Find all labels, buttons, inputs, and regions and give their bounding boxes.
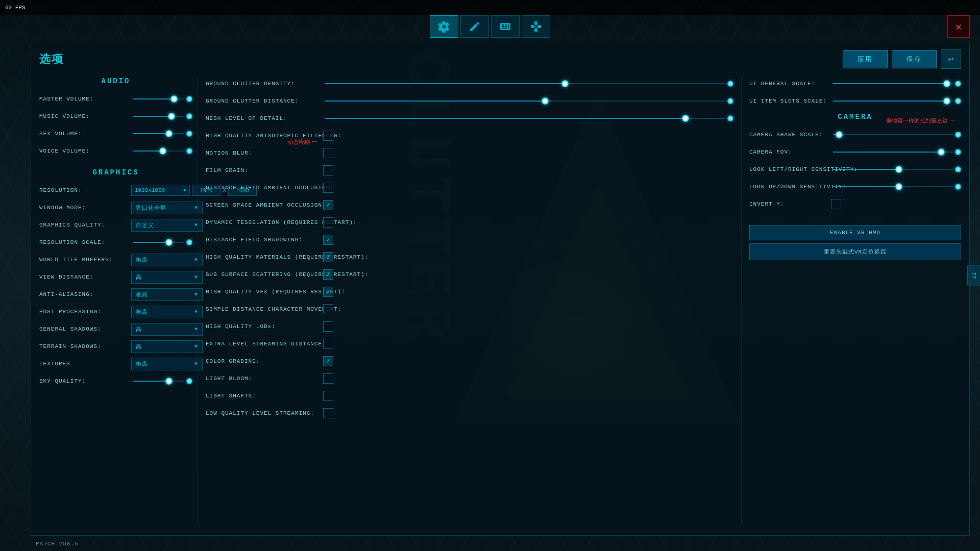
enable-vr-button[interactable]: ENABLE VR HMD xyxy=(749,225,961,240)
anti-aliasing-label: ANTI-ALIASING: xyxy=(39,291,131,297)
camera-fov-slider[interactable] xyxy=(831,149,961,155)
header-buttons: 应用 保存 ↩ xyxy=(843,49,961,69)
dynamic-tess-checkbox[interactable] xyxy=(323,217,333,228)
reset-vr-button[interactable]: 重置头戴式VR定位追踪 xyxy=(749,243,961,260)
window-mode-dropdown[interactable]: 窗口化全屏 ▼ xyxy=(131,202,203,214)
hq-lods-label: HIGH QUALITY LODs: xyxy=(206,323,323,330)
controller-icon xyxy=(530,20,542,33)
dfao-checkbox[interactable] xyxy=(323,183,333,193)
general-shadows-label: GENERAL SHADOWS: xyxy=(39,326,131,332)
sfx-volume-row: SFX VOLUME: xyxy=(39,127,192,140)
voice-volume-row: VOICE VOLUME: xyxy=(39,144,192,158)
sky-quality-slider[interactable] xyxy=(131,378,192,384)
textures-label: TEXTURES xyxy=(39,361,131,367)
keyboard-icon xyxy=(499,20,511,33)
save-button[interactable]: 保存 xyxy=(892,50,937,68)
ssao-checkbox[interactable]: ✓ xyxy=(323,200,333,210)
terrain-shadows-dropdown[interactable]: 高 ▼ xyxy=(131,340,203,353)
dfs-checkbox[interactable]: ✓ xyxy=(323,235,333,245)
terrain-shadows-row: TERRAIN SHADOWS: 高 ▼ xyxy=(39,340,192,353)
anti-aliasing-row: ANTI-ALIASING: 极高 ▼ xyxy=(39,288,192,301)
general-shadows-row: GENERAL SHADOWS: 高 ▼ xyxy=(39,322,192,336)
anisotropic-checkbox[interactable] xyxy=(323,131,333,141)
camera-shake-label: CAMERA SHAKE SCALE: xyxy=(749,132,831,138)
graphics-quality-dropdown[interactable]: 自定义 ▼ xyxy=(131,219,203,232)
look-lr-row: LOOK LEFT/RIGHT SENSITIVITY: xyxy=(749,163,961,176)
music-volume-slider[interactable] xyxy=(131,113,192,119)
view-distance-dropdown[interactable]: 高 ▼ xyxy=(131,271,203,284)
top-bar: 60 FPS xyxy=(0,0,980,15)
ui-general-scale-slider[interactable] xyxy=(831,81,961,87)
mesh-lod-row: MESH LEVEL OF DETAIL: xyxy=(206,112,733,125)
ground-clutter-density-slider[interactable] xyxy=(323,81,733,87)
color-grading-row: COLOR GRADING: ✓ xyxy=(206,355,733,368)
camera-shake-slider[interactable] xyxy=(831,132,961,138)
side-tab[interactable]: 77 xyxy=(967,265,980,285)
extra-streaming-label: EXTRA LEVEL STREAMING DISTANCE: xyxy=(206,341,323,347)
textures-dropdown[interactable]: 极高 ▼ xyxy=(131,358,203,370)
invert-y-label: INVERT Y: xyxy=(749,201,831,207)
hq-materials-row: HIGH QUALITY MATERIALS (REQUIRES RESTART… xyxy=(206,251,733,264)
window-mode-row: WINDOW MODE: 窗口化全屏 ▼ xyxy=(39,201,192,214)
vr-section: ENABLE VR HMD 重置头戴式VR定位追踪 xyxy=(749,215,961,263)
apply-button[interactable]: 应用 xyxy=(843,50,888,68)
resolution-scale-slider[interactable] xyxy=(131,239,192,245)
motion-blur-annotation: 动态模糊 ← xyxy=(287,137,317,146)
ground-clutter-distance-slider[interactable] xyxy=(323,98,733,104)
tab-controller[interactable] xyxy=(522,15,550,38)
resolution-row: RESOLUTION: 980x551 ▼ x xyxy=(39,184,192,197)
general-shadows-dropdown[interactable]: 高 ▼ xyxy=(131,323,203,336)
anisotropic-row: HIGH QUALITY ANISOTROPIC FILTERING: xyxy=(206,129,733,142)
gear-icon xyxy=(438,20,450,33)
film-grain-checkbox[interactable] xyxy=(323,165,333,176)
panel-header: 选项 应用 保存 ↩ xyxy=(39,49,961,69)
sfx-volume-slider[interactable] xyxy=(131,131,192,137)
simple-distance-label: SIMPLE DISTANCE CHARACTER MOVEMENT: xyxy=(206,306,323,312)
dfs-label: DISTANCE FIELD SHADOWING: xyxy=(206,237,323,243)
mesh-lod-slider[interactable] xyxy=(323,115,733,121)
tab-settings[interactable] xyxy=(430,15,458,38)
ssao-row: SCREEN SPACE AMBIENT OCCLUSION: ✓ xyxy=(206,198,733,212)
sss-label: SUB SURFACE SCATTERING (REQUIRES RESTART… xyxy=(206,271,323,278)
light-bloom-checkbox[interactable] xyxy=(323,373,333,384)
color-grading-checkbox[interactable]: ✓ xyxy=(323,356,333,366)
low-quality-checkbox[interactable] xyxy=(323,408,333,418)
look-ud-slider[interactable] xyxy=(831,184,961,190)
ssao-label: SCREEN SPACE AMBIENT OCCLUSION: xyxy=(206,202,323,208)
motion-blur-checkbox[interactable] xyxy=(323,148,333,158)
invert-y-checkbox[interactable] xyxy=(831,199,841,209)
world-tile-label: WORLD TILE BUFFERS: xyxy=(39,257,131,263)
extra-streaming-checkbox[interactable] xyxy=(323,339,333,349)
post-processing-dropdown[interactable]: 极高 ▼ xyxy=(131,306,203,318)
tab-tools[interactable] xyxy=(460,15,489,38)
extra-streaming-row: EXTRA LEVEL STREAMING DISTANCE: xyxy=(206,337,733,350)
voice-volume-slider[interactable] xyxy=(131,148,192,154)
hq-materials-checkbox[interactable]: ✓ xyxy=(323,252,333,262)
hq-vfx-checkbox[interactable]: ✓ xyxy=(323,287,333,297)
dynamic-tess-row: DYNAMIC TESSELATION (REQUIRES RESTART): xyxy=(206,216,733,229)
motion-blur-row: MOTION BLUR: 动态模糊 ← xyxy=(206,146,733,160)
light-shafts-row: LIGHT SHAFTS: xyxy=(206,389,733,403)
hq-lods-checkbox[interactable] xyxy=(323,321,333,332)
resolution-scale-row: RESOLUTION SCALE: xyxy=(39,236,192,249)
light-shafts-checkbox[interactable] xyxy=(323,391,333,401)
close-button[interactable]: ✕ xyxy=(947,15,970,38)
world-tile-dropdown[interactable]: 极高 ▼ xyxy=(131,254,203,266)
master-volume-slider[interactable] xyxy=(131,96,192,102)
tab-keyboard[interactable] xyxy=(491,15,520,38)
tab-icons-row xyxy=(430,15,550,38)
low-quality-row: LOW QUALITY LEVEL STREAMING: xyxy=(206,407,733,420)
ui-item-slots-slider[interactable] xyxy=(831,98,961,104)
anti-aliasing-dropdown[interactable]: 极高 ▼ xyxy=(131,288,203,301)
dfao-row: DISTANCE FIELD AMBIENT OCCLUSION: xyxy=(206,181,733,194)
resolution-dropdown[interactable]: 980x551 ▼ xyxy=(131,185,190,196)
look-lr-slider[interactable] xyxy=(831,166,961,172)
ground-clutter-density-row: GROUND CLUTTER DENSITY: xyxy=(206,77,733,90)
resolution-scale-label: RESOLUTION SCALE: xyxy=(39,239,131,245)
patch-info: PATCH 258.5 xyxy=(36,541,79,547)
reset-button[interactable]: ↩ xyxy=(941,49,961,69)
sss-checkbox[interactable]: ✓ xyxy=(323,269,333,280)
terrain-shadows-label: TERRAIN SHADOWS: xyxy=(39,343,131,349)
light-bloom-row: LIGHT BLOOM: xyxy=(206,372,733,385)
simple-distance-checkbox[interactable] xyxy=(323,304,333,314)
